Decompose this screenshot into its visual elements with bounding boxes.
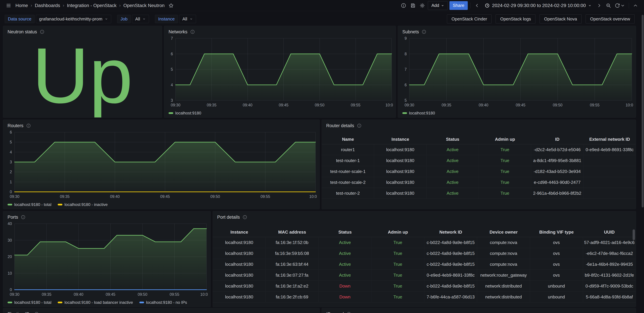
column-header[interactable]: MAC address [266, 230, 318, 235]
legend-item[interactable]: localhost:9180 - total [8, 202, 51, 207]
link-openstack-cinder[interactable]: OpenStack Cinder [447, 14, 492, 23]
instance-select[interactable]: All [179, 15, 196, 23]
chart-legend: localhost:9180 [168, 111, 201, 115]
column-header[interactable]: Status [426, 137, 479, 142]
column-header[interactable]: Admin up [372, 230, 424, 235]
cell: ovs [530, 259, 583, 270]
table-scrollbar[interactable] [632, 229, 635, 240]
panel-title[interactable]: Port details [217, 215, 240, 220]
column-header[interactable]: Binding VIF type [530, 230, 583, 235]
panel-title[interactable]: Ports [8, 215, 18, 220]
panel-title[interactable]: Networks [168, 29, 188, 34]
cell: 5-66a8-4d8a-93fd-6b8af [583, 292, 636, 302]
page-scrollbar[interactable] [642, 15, 644, 207]
time-series-chart[interactable]: 3456709:3009:3509:4009:4509:5009:5510:0 [166, 35, 393, 108]
column-header[interactable]: UUID [583, 230, 636, 235]
panel-router-details: Router details NameInstanceStatusAdmin u… [322, 120, 636, 209]
legend-label: localhost:9180 - total [14, 300, 51, 305]
legend-item[interactable]: localhost:9180 [168, 111, 201, 115]
cell: Active [319, 248, 372, 259]
add-button[interactable]: Add [428, 1, 448, 10]
info-icon[interactable] [357, 123, 362, 128]
cell: network:distributed [477, 292, 530, 302]
time-forward-icon[interactable] [595, 2, 603, 9]
panel-title[interactable]: IPs used [326, 312, 344, 313]
column-header[interactable]: ID [531, 137, 584, 142]
info-icon[interactable] [21, 215, 26, 220]
cell: True [372, 237, 424, 248]
legend-item[interactable]: localhost:9180 - no IPs [139, 300, 187, 305]
cell: a-8dc1-4f99-95e8-3b881 [531, 155, 584, 166]
panel-title[interactable]: Subnets [402, 29, 419, 34]
info-icon[interactable] [242, 215, 247, 220]
column-header[interactable]: Network ID [424, 230, 477, 235]
link-openstack-nova[interactable]: OpenStack Nova [540, 14, 582, 23]
legend-item[interactable]: localhost:9180 [402, 111, 435, 115]
time-series-chart[interactable]: 5678909:3009:3509:4009:4509:5009:5510:0 [400, 35, 634, 108]
link-openstack-logs[interactable]: OpenStack logs [496, 14, 536, 23]
info-icon[interactable] [346, 312, 351, 313]
svg-text:09:45: 09:45 [160, 194, 170, 199]
cell: compute:nova [477, 259, 530, 270]
column-header[interactable]: External network ID [584, 137, 636, 142]
svg-text:09:40: 09:40 [74, 292, 84, 297]
time-series-chart[interactable]: 01020304009:3009:3509:4009:4509:5009:551… [6, 221, 208, 297]
panel-title-row: Routers [3, 120, 320, 129]
cell: Active [426, 188, 479, 199]
column-header[interactable]: Instance [213, 230, 266, 235]
port-details-table: InstanceMAC addressStatusAdmin upNetwork… [213, 227, 636, 307]
legend-swatch [139, 302, 144, 303]
panel-ips-used: IPs used [322, 308, 636, 313]
column-header[interactable]: Status [319, 230, 372, 235]
link-openstack-overview[interactable]: OpenStack overview [586, 14, 634, 23]
zoom-out-icon[interactable] [604, 2, 612, 9]
settings-gear-icon[interactable] [418, 2, 426, 9]
column-header[interactable]: Instance [374, 137, 426, 142]
cell: c-b022-4a8d-9a9e-b8f15 [424, 248, 477, 259]
time-range-picker[interactable]: 2024-02-29 09:30:00 to 2024-02-29 10:00:… [483, 1, 594, 10]
column-header[interactable]: Admin up [479, 137, 531, 142]
breadcrumb-folder[interactable]: Integration - OpenStack [67, 3, 116, 8]
datasource-select[interactable]: grafanacloud-keithschmitty-prom [36, 15, 111, 23]
breadcrumb-separator: › [31, 3, 32, 8]
cell: test-router-2 [322, 188, 374, 199]
time-back-icon[interactable] [473, 2, 481, 9]
share-button[interactable]: Share [450, 1, 468, 10]
star-icon[interactable] [167, 2, 175, 9]
save-icon[interactable] [409, 2, 417, 9]
panel-title[interactable]: Router details [326, 123, 354, 128]
info-icon[interactable] [422, 29, 426, 34]
svg-text:40: 40 [8, 222, 12, 226]
job-value: All [135, 16, 140, 22]
panel-title[interactable]: Routers [8, 123, 24, 128]
info-icon[interactable] [190, 29, 195, 34]
chevron-down-icon [105, 17, 108, 21]
svg-text:4: 4 [10, 150, 12, 154]
legend-item[interactable]: localhost:9180 - load balancer inactive [58, 300, 133, 305]
datasource-label: Data source [5, 15, 34, 23]
svg-text:09:30: 09:30 [404, 103, 414, 107]
refresh-icon[interactable] [614, 2, 626, 9]
svg-text:20: 20 [8, 255, 12, 259]
legend-item[interactable]: localhost:9180 - inactive [58, 202, 108, 207]
info-icon[interactable] [34, 312, 39, 313]
panel-title[interactable]: Floating IPs [8, 312, 32, 313]
column-header[interactable]: Device owner [477, 230, 530, 235]
info-icon[interactable] [26, 123, 31, 128]
legend-item[interactable]: localhost:9180 - total [8, 300, 51, 305]
job-select[interactable]: All [132, 15, 149, 23]
legend-label: localhost:9180 [409, 111, 435, 115]
svg-text:09:45: 09:45 [516, 103, 526, 107]
time-series-chart[interactable]: 012345609:3009:3509:4009:4509:5009:5510:… [6, 129, 317, 199]
instance-value: All [182, 16, 187, 22]
breadcrumb-dashboards[interactable]: Dashboards [35, 3, 60, 8]
svg-text:3: 3 [171, 98, 173, 103]
collapse-header-icon[interactable] [632, 2, 639, 9]
cell: localhost:9180 [374, 177, 426, 188]
svg-text:09:50: 09:50 [138, 292, 148, 297]
menu-icon[interactable] [5, 2, 12, 9]
column-header[interactable]: Name [322, 137, 374, 142]
dashboard-info-icon[interactable] [400, 2, 407, 9]
breadcrumb-home[interactable]: Home [16, 3, 28, 8]
svg-text:7: 7 [404, 67, 407, 71]
